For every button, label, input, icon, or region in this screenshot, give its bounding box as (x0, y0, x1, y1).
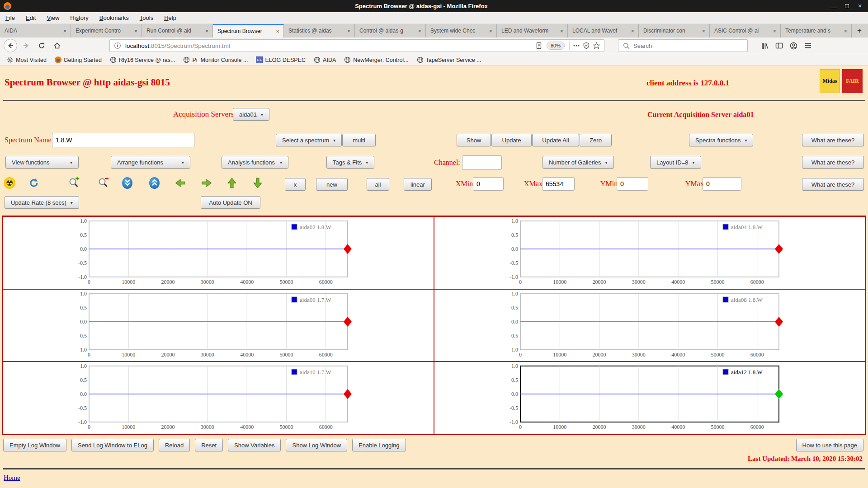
acquisition-server-select[interactable]: aida01 (233, 108, 269, 121)
menu-view[interactable]: View (47, 14, 59, 21)
tab-close-icon[interactable] (558, 28, 565, 34)
reload-button[interactable] (35, 39, 48, 52)
menu-file[interactable]: File (5, 14, 15, 21)
tab-aida[interactable]: AIDA (0, 24, 71, 38)
tab-run-control-aid[interactable]: Run Control @ aid (142, 24, 213, 38)
zero-button[interactable]: Zero (580, 134, 612, 146)
x-projection-button[interactable]: x (285, 178, 306, 191)
spectrum-panel-aida06[interactable]: 1.00.50.0-0.5-1.001000020000300004000050… (3, 289, 434, 362)
scroll-right-icon[interactable] (200, 178, 213, 188)
bookmark-getting-started[interactable]: Getting Started (52, 56, 105, 64)
tab-system-wide-chec[interactable]: System wide Chec (426, 24, 497, 38)
url-bar[interactable]: localhost:8015/Spectrum/Spectrum.tml 80% (109, 39, 604, 52)
page-actions-icon[interactable] (571, 41, 581, 51)
menu-bookmarks[interactable]: Bookmarks (99, 14, 129, 21)
spectrum-panel-aida08[interactable]: 1.00.50.0-0.5-1.001000020000300004000050… (434, 289, 865, 362)
what-are-these-button-1[interactable]: What are these? (802, 134, 864, 146)
xmin-input[interactable] (473, 177, 504, 191)
tab-control-aidas-g[interactable]: Control @ aidas-g (355, 24, 426, 38)
bookmark-elog-despec[interactable]: ELELOG DESPEC (253, 56, 309, 64)
bookmark-newmerger-control[interactable]: NewMerger: Control... (341, 56, 411, 64)
select-a-spectrum-dropdown[interactable]: Select a spectrum (276, 134, 342, 146)
tab-close-icon[interactable] (345, 28, 352, 34)
zoom-in-icon[interactable] (68, 176, 80, 189)
auto-update-button[interactable]: Auto Update ON (201, 196, 260, 209)
multi-button[interactable]: multi (342, 134, 376, 146)
tab-temperature-and-s[interactable]: Temperature and s (781, 24, 852, 38)
spectrum-panel-aida04[interactable]: 1.00.50.0-0.5-1.001000020000300004000050… (434, 216, 865, 289)
scroll-left-icon[interactable] (174, 178, 187, 188)
tab-local-and-wavef[interactable]: LOCAL and Wavef (568, 24, 639, 38)
library-icon[interactable] (760, 41, 769, 51)
spectrum-name-input[interactable] (52, 133, 194, 147)
show-button[interactable]: Show (457, 134, 491, 146)
reset-button[interactable]: Reset (195, 439, 223, 451)
number-of-galleries-dropdown[interactable]: Number of Galleries (542, 156, 614, 169)
home-button[interactable] (51, 39, 63, 52)
spectrum-panel-aida02[interactable]: 1.00.50.0-0.5-1.001000020000300004000050… (3, 216, 434, 289)
arrange-functions-dropdown[interactable]: Arrange functions (111, 156, 190, 169)
show-variables-button[interactable]: Show Variables (228, 439, 281, 451)
close-icon[interactable]: ✕ (857, 4, 863, 9)
menu-edit[interactable]: Edit (26, 14, 36, 21)
account-icon[interactable] (788, 41, 798, 51)
new-tab-button[interactable]: + (852, 24, 867, 38)
view-functions-dropdown[interactable]: View functions (5, 156, 79, 169)
update-all-button[interactable]: Update All (532, 134, 579, 146)
linear-button[interactable]: linear (404, 178, 432, 191)
ymax-input[interactable] (703, 177, 741, 191)
sidebars-icon[interactable] (774, 41, 784, 51)
tab-asic-control-ai[interactable]: ASIC Control @ ai (710, 24, 781, 38)
tab-close-icon[interactable] (842, 28, 849, 34)
reader-mode-icon[interactable] (534, 41, 544, 51)
send-log-window-to-elog-button[interactable]: Send Log Window to ELog (71, 439, 154, 451)
empty-log-window-button[interactable]: Empty Log Window (3, 439, 66, 451)
spectra-functions-dropdown[interactable]: Spectra functions (689, 134, 753, 146)
spectrum-panel-aida12[interactable]: 1.00.50.0-0.5-1.001000020000300004000050… (434, 361, 865, 434)
reload-button[interactable]: Reload (159, 439, 190, 451)
shrink-y-icon[interactable] (122, 177, 132, 189)
ymin-input[interactable] (617, 177, 648, 191)
tab-close-icon[interactable] (274, 28, 281, 35)
minimize-icon[interactable] (831, 5, 837, 8)
scroll-down-icon[interactable] (252, 177, 264, 189)
back-button[interactable] (4, 39, 17, 52)
refresh-cycle-icon[interactable] (28, 177, 40, 189)
tab-experiment-contro[interactable]: Experiment Contro (71, 24, 142, 38)
new-button[interactable]: new (316, 178, 348, 191)
tab-close-icon[interactable] (771, 28, 778, 34)
xmax-input[interactable] (542, 177, 575, 191)
search-bar[interactable] (618, 39, 748, 52)
tags-fits-dropdown[interactable]: Tags & Fits (326, 156, 374, 169)
analysis-functions-dropdown[interactable]: Analysis functions (222, 156, 288, 169)
bookmark-rly16-service-ras[interactable]: Rly16 Service @ ras... (107, 56, 179, 64)
tab-close-icon[interactable] (700, 28, 707, 34)
menu-tools[interactable]: Tools (140, 14, 153, 21)
bookmark-pi-monitor-console[interactable]: Pi_Monitor Console ... (180, 56, 251, 64)
tab-close-icon[interactable] (487, 28, 494, 34)
enable-logging-button[interactable]: Enable Logging (352, 439, 406, 451)
hamburger-menu-icon[interactable] (803, 41, 813, 51)
layout-id-dropdown[interactable]: Layout ID=8 (650, 156, 701, 169)
channel-input[interactable] (462, 155, 502, 170)
bookmark-tapeserver-service[interactable]: TapeServer Service ... (414, 56, 485, 64)
bookmark-aida[interactable]: AIDA (311, 56, 339, 64)
zoom-level-indicator[interactable]: 80% (547, 42, 565, 50)
expand-y-icon[interactable] (149, 177, 160, 189)
how-to-use-button[interactable]: How to use this page (796, 439, 863, 451)
what-are-these-button-2[interactable]: What are these? (802, 156, 864, 169)
tab-spectrum-browser[interactable]: Spectrum Browser (213, 24, 284, 38)
forward-button[interactable] (20, 39, 33, 52)
update-rate-dropdown[interactable]: Update Rate (8 secs) (5, 196, 79, 209)
site-info-icon[interactable] (113, 41, 123, 51)
menu-history[interactable]: History (70, 14, 88, 21)
radioactive-icon[interactable]: ☢ (4, 177, 15, 189)
tab-led-and-waveform[interactable]: LED and Waveform (497, 24, 568, 38)
update-button[interactable]: Update (491, 134, 532, 146)
show-log-window-button[interactable]: Show Log Window (286, 439, 347, 451)
spectrum-panel-aida10[interactable]: 1.00.50.0-0.5-1.001000020000300004000050… (3, 361, 434, 434)
home-link[interactable]: Home (4, 474, 20, 482)
pocket-shield-icon[interactable] (581, 41, 591, 51)
bookmark-star-icon[interactable] (591, 41, 601, 51)
tab-discriminator-con[interactable]: Discriminator con (639, 24, 710, 38)
